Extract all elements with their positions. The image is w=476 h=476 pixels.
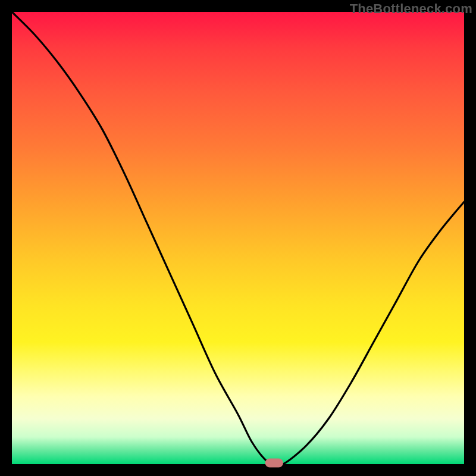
watermark-text: TheBottleneck.com (350, 1, 472, 17)
optimal-marker (265, 458, 283, 467)
chart-frame: TheBottleneck.com (0, 0, 476, 476)
bottleneck-curve (12, 12, 464, 466)
plot-area (12, 12, 464, 464)
bottleneck-curve-svg (12, 12, 464, 464)
